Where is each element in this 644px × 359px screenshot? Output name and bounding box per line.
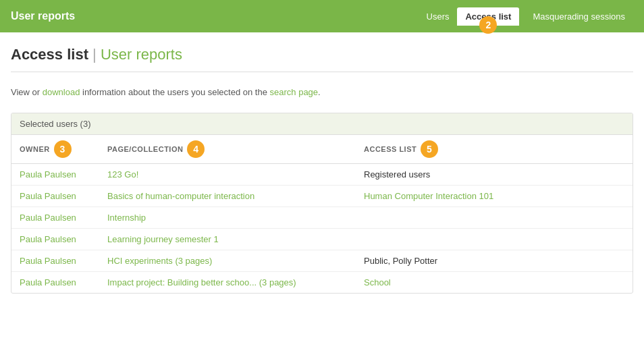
table-row: Paula PaulsenInternship bbox=[11, 206, 633, 228]
page-link[interactable]: Impact project: Building better schoo...… bbox=[107, 277, 296, 287]
description-suffix: . bbox=[318, 87, 321, 97]
page-cell: Basics of human-computer interaction bbox=[99, 185, 356, 206]
description-prefix: View or bbox=[11, 87, 43, 97]
table-row: Paula PaulsenImpact project: Building be… bbox=[11, 271, 633, 293]
page-cell: Learning journey semester 1 bbox=[99, 228, 356, 250]
table-row: Paula Paulsen123 Go!Registered users bbox=[11, 163, 633, 185]
nav-access-list-wrapper: Access list 2 bbox=[457, 11, 519, 22]
col-access-header: ACCESS LIST 5 bbox=[356, 135, 633, 164]
page-cell: 123 Go! bbox=[99, 163, 356, 185]
page-cell: Impact project: Building better schoo...… bbox=[99, 271, 356, 293]
page-title: Access list | User reports bbox=[11, 46, 633, 72]
owner-link[interactable]: Paula Paulsen bbox=[20, 169, 76, 180]
table-row: Paula PaulsenBasics of human-computer in… bbox=[11, 185, 633, 206]
access-cell bbox=[356, 206, 633, 228]
page-link[interactable]: Internship bbox=[107, 213, 146, 223]
access-cell: Registered users bbox=[356, 163, 633, 185]
page-content: Access list | User reports View or downl… bbox=[0, 32, 644, 359]
description: View or download information about the u… bbox=[11, 86, 633, 99]
table-row: Paula PaulsenHCI experiments (3 pages)Pu… bbox=[11, 250, 633, 271]
owner-link[interactable]: Paula Paulsen bbox=[20, 256, 76, 266]
owner-cell: Paula Paulsen bbox=[11, 271, 99, 293]
table-body: Paula Paulsen123 Go!Registered usersPaul… bbox=[11, 163, 633, 293]
description-middle: information about the users you selected… bbox=[80, 87, 269, 97]
header-nav: Users Access list 2 Masquerading session… bbox=[419, 7, 633, 26]
col-owner-header: OWNER 3 bbox=[11, 135, 99, 164]
owner-link[interactable]: Paula Paulsen bbox=[20, 213, 76, 223]
access-link[interactable]: Human Computer Interaction 101 bbox=[364, 191, 493, 201]
nav-access-list-badge: 2 bbox=[479, 16, 497, 34]
access-cell: Public, Polly Potter bbox=[356, 250, 633, 271]
table-row: Paula PaulsenLearning journey semester 1 bbox=[11, 228, 633, 250]
col-page-header: PAGE/COLLECTION 4 bbox=[99, 135, 356, 164]
access-link[interactable]: School bbox=[364, 277, 391, 287]
table-container: Selected users (3) OWNER 3 PAGE/COLLECTI… bbox=[11, 113, 633, 294]
nav-masquerading[interactable]: Masquerading sessions bbox=[525, 7, 633, 26]
owner-cell: Paula Paulsen bbox=[11, 228, 99, 250]
owner-cell: Paula Paulsen bbox=[11, 185, 99, 206]
header: User reports Users Access list 2 Masquer… bbox=[0, 0, 644, 32]
page-link[interactable]: HCI experiments (3 pages) bbox=[107, 256, 212, 266]
page-cell: Internship bbox=[99, 206, 356, 228]
owner-cell: Paula Paulsen bbox=[11, 206, 99, 228]
access-cell: Human Computer Interaction 101 bbox=[356, 185, 633, 206]
page-link[interactable]: 123 Go! bbox=[107, 169, 138, 180]
owner-cell: Paula Paulsen bbox=[11, 163, 99, 185]
page-title-separator: | bbox=[92, 46, 101, 63]
page-cell: HCI experiments (3 pages) bbox=[99, 250, 356, 271]
owner-link[interactable]: Paula Paulsen bbox=[20, 191, 76, 201]
page-title-main: Access list bbox=[11, 46, 88, 63]
owner-link[interactable]: Paula Paulsen bbox=[20, 234, 76, 244]
page-title-subtitle: User reports bbox=[101, 46, 182, 63]
page-badge: 4 bbox=[187, 140, 205, 158]
table-header-row: OWNER 3 PAGE/COLLECTION 4 ACCESS LIST bbox=[11, 135, 633, 164]
nav-users[interactable]: Users bbox=[419, 7, 458, 26]
page-link[interactable]: Learning journey semester 1 bbox=[107, 234, 219, 244]
search-page-link[interactable]: search page bbox=[270, 87, 319, 97]
access-badge: 5 bbox=[421, 140, 438, 158]
owner-badge: 3 bbox=[54, 140, 72, 158]
selected-users-header: Selected users (3) bbox=[11, 113, 633, 135]
access-cell bbox=[356, 228, 633, 250]
app-title: User reports bbox=[11, 10, 75, 22]
owner-link[interactable]: Paula Paulsen bbox=[20, 277, 76, 287]
download-link[interactable]: download bbox=[43, 87, 80, 97]
page-link[interactable]: Basics of human-computer interaction bbox=[107, 191, 254, 201]
access-list-table: OWNER 3 PAGE/COLLECTION 4 ACCESS LIST bbox=[11, 135, 633, 293]
access-cell: School bbox=[356, 271, 633, 293]
owner-cell: Paula Paulsen bbox=[11, 250, 99, 271]
